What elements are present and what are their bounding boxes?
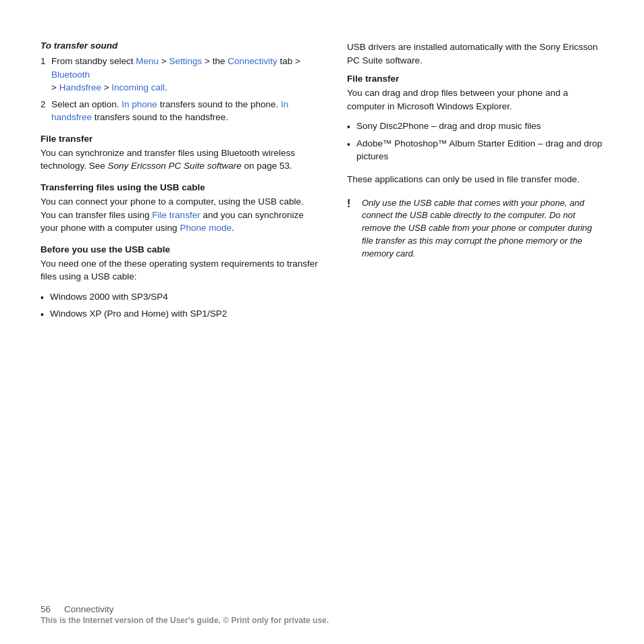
list-item-windows2000-text: Windows 2000 with SP3/SP4	[50, 290, 168, 305]
list-item-windowsxp: Windows XP (Pro and Home) with SP1/SP2	[41, 307, 320, 322]
link-handsfree[interactable]: Handsfree	[59, 82, 101, 92]
steps-list: 1 From standby select Menu > Settings > …	[41, 55, 320, 124]
page: To transfer sound 1 From standby select …	[0, 0, 644, 644]
link-in-phone[interactable]: In phone	[122, 99, 157, 109]
section-title-transfer-sound: To transfer sound	[41, 41, 320, 51]
right-intro: USB drivers are installed automatically …	[347, 41, 603, 67]
section-title-file-transfer-right: File transfer	[347, 74, 603, 84]
list-item-adobe-text: Adobe™ Photoshop™ Album Starter Edition …	[356, 137, 603, 163]
step-2-number: 2	[41, 98, 47, 124]
section-title-before-usb: Before you use the USB cable	[41, 244, 320, 254]
link-phone-mode[interactable]: Phone mode	[180, 223, 232, 233]
link-menu[interactable]: Menu	[136, 56, 159, 66]
section-file-transfer-bt: File transfer You can synchronize and tr…	[41, 134, 320, 173]
link-settings[interactable]: Settings	[169, 56, 202, 66]
file-transfer-note: These applications can only be used in f…	[347, 173, 603, 186]
section-title-usb-transfer: Transferring files using the USB cable	[41, 182, 320, 192]
footer-section-name: Connectivity	[64, 604, 114, 614]
usb-requirements-list: Windows 2000 with SP3/SP4 Windows XP (Pr…	[41, 290, 320, 322]
link-incoming-call[interactable]: Incoming call	[111, 82, 165, 92]
list-item-adobe: Adobe™ Photoshop™ Album Starter Edition …	[347, 137, 603, 163]
right-column: USB drivers are installed automatically …	[347, 41, 603, 331]
usb-transfer-body: You can connect your phone to a computer…	[41, 195, 320, 235]
file-transfer-bt-body: You can synchronize and transfer files u…	[41, 146, 320, 173]
bullet-icon-4	[347, 138, 351, 163]
section-title-file-transfer-bt: File transfer	[41, 134, 320, 144]
list-item-disc2phone: Sony Disc2Phone – drag and drop music fi…	[347, 119, 603, 134]
bullet-icon-1	[41, 291, 45, 305]
step-2-text: Select an option. In phone transfers sou…	[51, 98, 320, 124]
step-1: 1 From standby select Menu > Settings > …	[41, 55, 320, 95]
section-file-transfer-right: File transfer You can drag and drop file…	[347, 74, 603, 163]
before-usb-body: You need one of the these operating syst…	[41, 257, 320, 284]
list-item-windowsxp-text: Windows XP (Pro and Home) with SP1/SP2	[50, 307, 227, 322]
bullet-icon-2	[41, 308, 45, 322]
file-transfer-apps-list: Sony Disc2Phone – drag and drop music fi…	[347, 119, 603, 163]
step-1-text: From standby select Menu > Settings > th…	[51, 55, 320, 95]
content-columns: To transfer sound 1 From standby select …	[41, 41, 603, 331]
bullet-icon-3	[347, 120, 351, 134]
section-before-usb: Before you use the USB cable You need on…	[41, 244, 320, 322]
page-number: 56	[41, 604, 51, 614]
left-column: To transfer sound 1 From standby select …	[41, 41, 320, 331]
step-1-number: 1	[41, 55, 47, 95]
link-file-transfer[interactable]: File transfer	[152, 210, 200, 220]
warning-text: Only use the USB cable that comes with y…	[362, 197, 603, 261]
list-item-disc2phone-text: Sony Disc2Phone – drag and drop music fi…	[356, 119, 541, 134]
section-usb-transfer: Transferring files using the USB cable Y…	[41, 182, 320, 235]
footer-note: This is the Internet version of the User…	[41, 616, 603, 625]
footer: 56 Connectivity This is the Internet ver…	[41, 604, 603, 625]
link-connectivity[interactable]: Connectivity	[227, 56, 277, 66]
warning-block: ! Only use the USB cable that comes with…	[347, 197, 603, 261]
step-2: 2 Select an option. In phone transfers s…	[41, 98, 320, 124]
section-transfer-sound: To transfer sound 1 From standby select …	[41, 41, 320, 124]
link-bluetooth[interactable]: Bluetooth	[51, 70, 90, 80]
footer-page-info: 56 Connectivity	[41, 604, 603, 614]
list-item-windows2000: Windows 2000 with SP3/SP4	[41, 290, 320, 305]
file-transfer-right-body: You can drag and drop files between your…	[347, 86, 603, 113]
warning-icon: !	[347, 196, 356, 261]
